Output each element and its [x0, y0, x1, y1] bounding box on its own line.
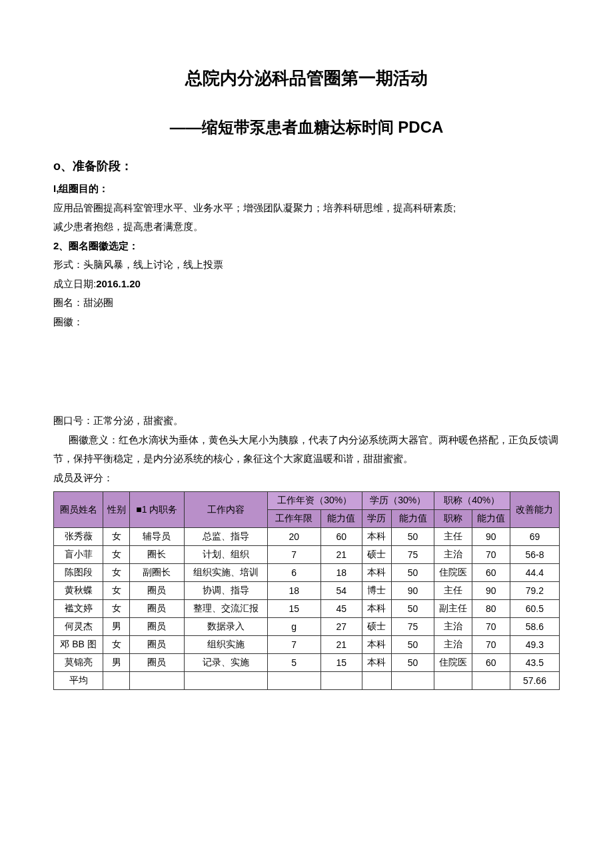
table-cell: 女 — [103, 600, 130, 618]
table-cell: 本科 — [362, 654, 392, 672]
table-head: 圈员姓名 性别 ■1 内职务 工作内容 工作年资（30%） 学历（30%） 职称… — [54, 492, 560, 528]
table-cell: 21 — [320, 636, 362, 654]
table-cell: 7 — [267, 546, 320, 564]
table-cell: 记录、实施 — [184, 654, 267, 672]
table-cell: 整理、交流汇报 — [184, 600, 267, 618]
table-cell: 45 — [320, 600, 362, 618]
table-cell: 总监、指导 — [184, 528, 267, 546]
table-cell: 20 — [267, 528, 320, 546]
table-cell: 张秀薇 — [54, 528, 103, 546]
table-row: 褴文婷女圈员整理、交流汇报1545本科50副主任8060.5 — [54, 600, 560, 618]
table-cell: 50 — [392, 600, 434, 618]
table-cell — [320, 672, 362, 690]
table-cell: 60.5 — [510, 600, 559, 618]
table-cell: 本科 — [362, 528, 392, 546]
table-row-average: 平均57.66 — [54, 672, 560, 690]
table-cell: 57.66 — [510, 672, 559, 690]
table-cell: 何灵杰 — [54, 618, 103, 636]
table-cell: 50 — [392, 528, 434, 546]
table-row: 黄秋蝶女圈员协调、指导1854博士90主任9079.2 — [54, 582, 560, 600]
table-cell: 70 — [472, 636, 510, 654]
table-cell: 90 — [392, 582, 434, 600]
table-cell: 女 — [103, 528, 130, 546]
table-cell: 主治 — [434, 546, 472, 564]
table-cell: 49.3 — [510, 636, 559, 654]
table-cell: 6 — [267, 564, 320, 582]
table-cell: 圈员 — [130, 654, 185, 672]
table-cell: 女 — [103, 582, 130, 600]
table-cell: 辅导员 — [130, 528, 185, 546]
th-title-score: 能力值 — [472, 510, 510, 528]
table-cell: 18 — [267, 582, 320, 600]
table-cell: 女 — [103, 636, 130, 654]
table-cell: 男 — [103, 618, 130, 636]
table-cell: 56-8 — [510, 546, 559, 564]
th-gender: 性别 — [103, 492, 130, 528]
table-row: 陈图段女副圈长组织实施、培训618本科50住院医6044.4 — [54, 564, 560, 582]
table-cell: 圈员 — [130, 582, 185, 600]
table-cell: 主治 — [434, 618, 472, 636]
table-cell: 69 — [510, 528, 559, 546]
naming-label: 2、圈名圈徽选定： — [53, 237, 560, 256]
table-cell: 本科 — [362, 636, 392, 654]
th-title: 职称 — [434, 510, 472, 528]
table-cell: 褴文婷 — [54, 600, 103, 618]
founded-label: 成立日期: — [53, 278, 96, 289]
table-cell: 硕士 — [362, 618, 392, 636]
table-cell: 数据录入 — [184, 618, 267, 636]
table-cell: 陈图段 — [54, 564, 103, 582]
table-row: 莫锦亮男圈员记录、实施515本科50住院医6043.5 — [54, 654, 560, 672]
table-cell: 盲小菲 — [54, 546, 103, 564]
form-line: 形式：头脑风暴，线上讨论，线上投票 — [53, 255, 560, 275]
table-cell: 组织实施 — [184, 636, 267, 654]
table-cell: 副圈长 — [130, 564, 185, 582]
table-row: 张秀薇女辅导员总监、指导2060本科50主任9069 — [54, 528, 560, 546]
table-cell: 70 — [472, 546, 510, 564]
table-cell: 本科 — [362, 600, 392, 618]
table-cell — [103, 672, 130, 690]
table-cell: 本科 — [362, 564, 392, 582]
table-cell: 住院医 — [434, 564, 472, 582]
th-improve: 改善能力 — [510, 492, 559, 528]
circle-name-line: 圈名：甜泌圈 — [53, 293, 560, 313]
table-cell: 女 — [103, 546, 130, 564]
table-cell: 75 — [392, 546, 434, 564]
table-cell: 博士 — [362, 582, 392, 600]
table-cell: 平均 — [54, 672, 103, 690]
table-header-row-1: 圈员姓名 性别 ■1 内职务 工作内容 工作年资（30%） 学历（30%） 职称… — [54, 492, 560, 510]
th-role: ■1 内职务 — [130, 492, 185, 528]
founded-line: 成立日期:2016.1.20 — [53, 275, 560, 294]
table-cell: 90 — [472, 582, 510, 600]
table-row: 何灵杰男圈员数据录入g27硕士75主治7058.6 — [54, 618, 560, 636]
th-tenure-years: 工作年限 — [267, 510, 320, 528]
table-cell: 男 — [103, 654, 130, 672]
table-cell: 60 — [472, 564, 510, 582]
table-cell: 邓 BB 图 — [54, 636, 103, 654]
table-cell — [130, 672, 185, 690]
th-title-group: 职称（40%） — [434, 492, 510, 510]
table-cell: 住院医 — [434, 654, 472, 672]
th-edu: 学历 — [362, 510, 392, 528]
table-cell: 圈长 — [130, 546, 185, 564]
table-cell: 圈员 — [130, 618, 185, 636]
page-title: 总院内分泌科品管圈第一期活动 — [53, 67, 560, 90]
table-cell: 主任 — [434, 582, 472, 600]
purpose-line-1: 应用品管圈提高科室管理水平、业务水平；增强团队凝聚力；培养科研思维，提高科研素质… — [53, 199, 560, 218]
badge-image-placeholder — [53, 331, 560, 411]
table-cell: 主任 — [434, 528, 472, 546]
members-label: 成员及评分： — [53, 469, 560, 488]
purpose-line-2: 减少患者抱怨，提高患者满意度。 — [53, 217, 560, 237]
table-row: 邓 BB 图女圈员组织实施721本科50主治7049.3 — [54, 636, 560, 654]
table-cell: 18 — [320, 564, 362, 582]
table-cell: g — [267, 618, 320, 636]
table-cell: 60 — [472, 654, 510, 672]
table-cell — [184, 672, 267, 690]
table-cell: 54 — [320, 582, 362, 600]
th-edu-score: 能力值 — [392, 510, 434, 528]
slogan-line: 圈口号：正常分泌，甜蜜蜜。 — [53, 411, 560, 431]
table-cell: 15 — [267, 600, 320, 618]
table-cell: 女 — [103, 564, 130, 582]
table-cell: 80 — [472, 600, 510, 618]
table-cell: 44.4 — [510, 564, 559, 582]
table-cell: 50 — [392, 564, 434, 582]
